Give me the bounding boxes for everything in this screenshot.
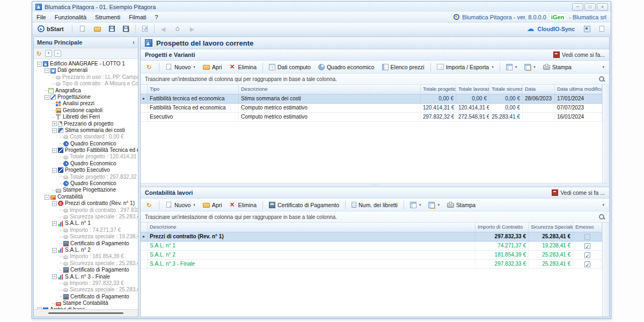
menu-filmati[interactable]: Filmati xyxy=(129,14,146,20)
column-header-totale-lavorazi[interactable]: Totale lavorazi... xyxy=(456,85,489,94)
tree-node[interactable]: −Dati generali xyxy=(35,67,138,74)
nuovo-button[interactable]: Nuovo▾ xyxy=(162,62,199,72)
emesso-checkbox[interactable] xyxy=(584,243,590,249)
tree-node[interactable]: Importo : 181.854,39 € xyxy=(35,253,138,260)
refresh-button[interactable] xyxy=(143,62,156,72)
refresh-button[interactable] xyxy=(143,200,156,210)
tree-node[interactable]: Quadro Economico xyxy=(35,160,138,167)
save-as-button[interactable] xyxy=(120,24,132,33)
grid-row[interactable]: Fattibilità Tecnica ed economicaComputo … xyxy=(141,104,602,113)
menu-file[interactable]: File xyxy=(36,14,46,20)
grid-row[interactable]: S.A.L. n° 174.271,37 €19.238,41 € xyxy=(141,241,602,251)
column-header-data-ultima-modifica[interactable]: Data ultima modifica xyxy=(555,85,602,94)
column-header-descrizione[interactable]: Descrizione xyxy=(148,223,475,232)
elimina-button[interactable]: Elimina xyxy=(226,62,260,72)
menu-funzionalit[interactable]: Funzionalità xyxy=(55,14,86,20)
tree-node[interactable]: −Prezzi di contratto (Rev. n° 1) xyxy=(35,200,138,207)
elimina-button[interactable]: Elimina xyxy=(226,200,260,210)
column-header-emesso[interactable]: Emesso xyxy=(573,223,602,232)
tree-node[interactable]: Sicurezza speciale : 25.283,41 € xyxy=(35,287,138,293)
column-header-tipo[interactable]: Tipo xyxy=(148,85,239,94)
column-header-totale-sicurezza[interactable]: Totale sicurezza xyxy=(489,85,523,94)
forward-button[interactable] xyxy=(187,24,200,34)
save-button[interactable] xyxy=(106,24,118,33)
tree-expander[interactable]: + xyxy=(52,121,57,126)
collapse-all-button[interactable]: − xyxy=(54,50,61,57)
dati-computo-button[interactable]: Dati computo xyxy=(266,62,314,72)
undo-button[interactable] xyxy=(139,24,151,33)
group-by-bar[interactable]: Trascinare un'intestazione di colonna qu… xyxy=(141,74,609,85)
tree-node[interactable]: Tipo di contratto : A Misura e Corpo xyxy=(35,80,138,87)
sync-contacts-button[interactable] xyxy=(581,24,594,34)
tree-node[interactable]: −Stima sommaria dei costi xyxy=(35,127,138,134)
grid-row[interactable]: S.A.L. n° 3 - Finale297.832,33 €25.283,4… xyxy=(141,260,602,269)
sync-doc-button[interactable] xyxy=(596,24,608,33)
collapse-sidebar-button[interactable]: ‹ xyxy=(133,39,135,46)
certificato-di-pagamento-button[interactable]: Certificato di Pagamento xyxy=(266,200,342,210)
tree-node[interactable]: Importo : 74.271,37 € xyxy=(35,227,138,233)
tree-node[interactable]: Costi standard : 0.00 € xyxy=(35,134,138,140)
tree-expander[interactable]: − xyxy=(52,128,57,133)
tree-node[interactable]: Sicurezza speciale : 19.238,41 € xyxy=(35,233,138,240)
tree-node[interactable]: Sicurezza speciale : 25.283,41 € xyxy=(35,214,138,220)
tree-node[interactable]: Analisi prezzi xyxy=(35,100,138,107)
apri-button[interactable]: Apri xyxy=(200,200,225,210)
tree-node[interactable]: −Contabilità xyxy=(35,194,138,200)
panel-splitter[interactable]: ···· xyxy=(141,183,609,187)
scrollbar-thumb[interactable] xyxy=(48,312,123,314)
grid-row[interactable]: ▸Prezzi di contratto (Rev. n° 1)297.832,… xyxy=(141,232,602,241)
help-link[interactable]: Vedi come si fa ... xyxy=(552,189,605,196)
search-icon[interactable] xyxy=(598,214,605,220)
tree-node[interactable]: Importo di contratto : 297.832,33 xyxy=(35,207,138,214)
back-button[interactable] xyxy=(158,24,171,34)
tree-expander[interactable]: − xyxy=(52,248,57,253)
grid-row[interactable]: EsecutivoComputo metrico estimativo297.8… xyxy=(141,113,602,122)
emesso-checkbox[interactable] xyxy=(584,261,590,267)
tree-node[interactable]: Certificato di Pagamento xyxy=(35,294,138,300)
tree-node[interactable]: Quadro Economico xyxy=(35,141,138,147)
tree-expander[interactable]: − xyxy=(52,201,57,206)
open-file-button[interactable] xyxy=(91,24,104,33)
sidebar-horizontal-scrollbar[interactable] xyxy=(34,309,138,317)
tree-node[interactable]: −S.A.L. n° 2 xyxy=(35,247,138,253)
menu-[interactable]: ? xyxy=(155,14,158,20)
importa-esporta-button[interactable]: Importa / Esporta▾ xyxy=(434,62,497,72)
tree-node[interactable]: Totale progetto : 120.414,31 € xyxy=(35,153,138,160)
tree-node[interactable]: Certificato di Pagamento xyxy=(35,267,138,273)
tree-expander[interactable]: − xyxy=(52,274,57,279)
grid-button[interactable]: ▾ xyxy=(407,200,425,210)
column-header-totale-progetto[interactable]: Totale progetto xyxy=(421,85,456,94)
tree-expander[interactable]: − xyxy=(52,221,57,226)
tree-node[interactable]: Anagrafica xyxy=(35,87,138,94)
tree-node[interactable]: Gestione capitoli xyxy=(35,107,138,114)
tree-expander[interactable]: − xyxy=(45,195,49,200)
tree-node[interactable]: −S.A.L. n° 3 - Finale xyxy=(35,274,138,280)
vertical-scrollbar[interactable] xyxy=(602,223,609,317)
bstart-button[interactable]: ▶ bStart xyxy=(35,24,69,33)
tree-node[interactable]: +Prezzario di progetto xyxy=(35,121,138,127)
tree-node[interactable]: Stampe Progettazione xyxy=(35,187,138,193)
tree-node[interactable]: Totale progetto : 297.832,32 € xyxy=(35,174,138,180)
vertical-scrollbar[interactable] xyxy=(602,85,609,183)
elenco-prezzi-button[interactable]: Elenco prezzi xyxy=(379,62,428,72)
column-header-data[interactable]: Data xyxy=(523,85,555,94)
column-header-importo-di-contratto[interactable]: Importo di Contratto xyxy=(475,223,529,232)
expand-all-button[interactable]: + xyxy=(45,50,52,57)
apri-button[interactable]: Apri xyxy=(200,62,225,72)
emesso-checkbox[interactable] xyxy=(584,234,590,240)
tree-expander[interactable]: − xyxy=(45,68,49,73)
tree-expander[interactable]: − xyxy=(45,95,49,100)
tree-node[interactable]: Libretti dei Ferri xyxy=(35,114,138,120)
column-header-descrizione[interactable]: Descrizione xyxy=(239,85,421,94)
tree-node[interactable]: −Progettazione xyxy=(35,94,138,100)
maximize-button[interactable]: □ xyxy=(584,3,596,11)
grid-row[interactable]: S.A.L. n° 2181.854,39 €25.283,41 € xyxy=(141,251,602,260)
tree-node[interactable]: Importo : 297.832,33 € xyxy=(35,280,138,287)
num-dei-libretti-button[interactable]: Num. dei libretti xyxy=(348,200,401,210)
tree-expander[interactable]: − xyxy=(52,148,57,153)
toolbar-options-button[interactable]: ▾ xyxy=(600,65,606,69)
help-link[interactable]: Vedi come si fa... xyxy=(553,52,605,58)
new-file-button[interactable] xyxy=(76,24,89,33)
refresh-tree-icon[interactable] xyxy=(36,50,43,57)
menu-strumenti[interactable]: Strumenti xyxy=(95,14,120,20)
